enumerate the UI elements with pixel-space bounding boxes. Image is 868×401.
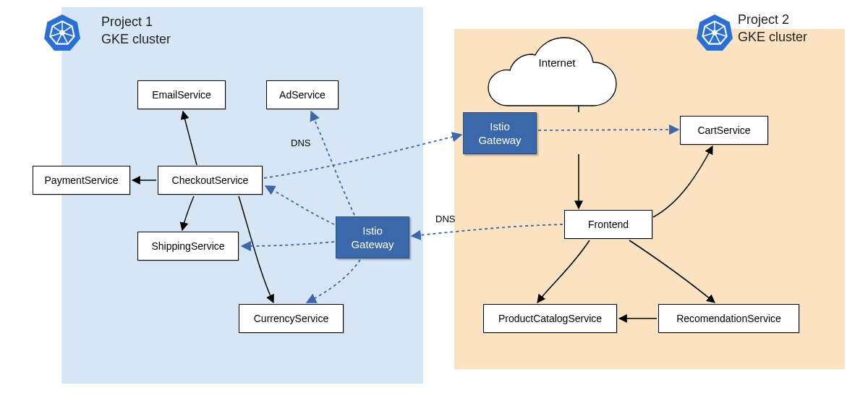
payment-service-node: PaymentService [33,166,130,195]
shipping-service-label: ShippingService [151,240,224,252]
product-catalog-label: ProductCatalogService [498,313,602,324]
project2-title-l1: Project 2 [738,12,789,27]
checkout-service-label: CheckoutService [172,174,249,186]
email-service-node: EmailService [137,80,226,109]
currency-service-label: CurrencyService [254,313,328,324]
recommendation-label: RecomendationService [676,313,781,324]
project1-title: Project 1 GKE cluster [101,13,171,48]
shipping-service-node: ShippingService [137,232,239,261]
istio-gateway-1: Istio Gateway [336,216,409,258]
ad-service-node: AdService [266,80,339,109]
frontend-node: Frontend [564,210,652,239]
http-label: HTTP [584,84,608,95]
k8s-icon-project2 [696,13,733,51]
project1-title-l2: GKE cluster [101,32,171,46]
istio-gateway-1-label: Istio Gateway [351,224,393,252]
project1-title-l1: Project 1 [101,14,153,29]
istio-gateway-2: Istio Gateway [463,112,537,154]
currency-service-node: CurrencyService [239,304,344,333]
checkout-service-node: CheckoutService [158,166,263,195]
payment-service-label: PaymentService [45,174,119,186]
cart-service-node: CartService [680,116,768,145]
frontend-label: Frontend [588,219,629,230]
k8s-icon-project1 [43,13,81,51]
project2-title-l2: GKE cluster [738,30,807,44]
project2-title: Project 2 GKE cluster [738,11,807,46]
product-catalog-node: ProductCatalogService [483,304,617,333]
ad-service-label: AdService [279,89,326,101]
cart-service-label: CartService [697,124,750,136]
dns-label-2: DNS [435,214,455,224]
dns-label-1: DNS [291,138,310,148]
recommendation-node: RecomendationService [658,304,799,333]
email-service-label: EmailService [152,89,211,101]
istio-gateway-2-label: Istio Gateway [478,119,521,148]
